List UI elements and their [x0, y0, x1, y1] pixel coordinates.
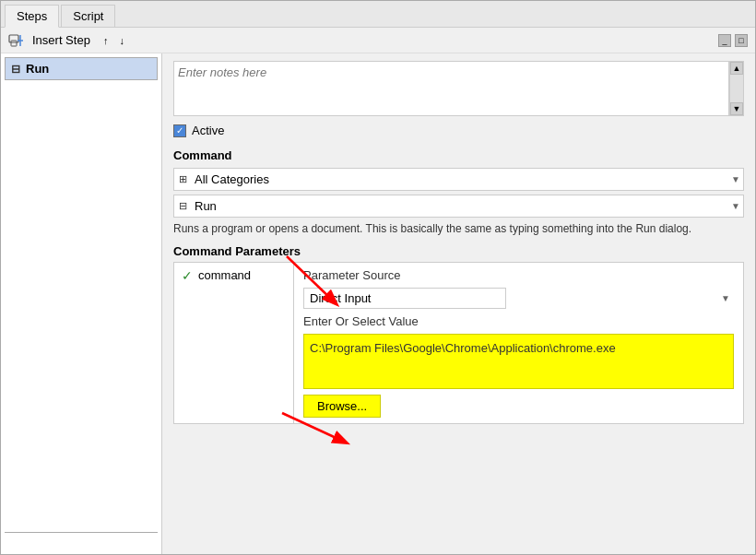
tab-bar: Steps Script — [1, 1, 755, 28]
notes-area: ▲ ▼ — [173, 61, 744, 116]
param-source-label: Parameter Source — [303, 268, 734, 282]
minimize-button[interactable]: _ — [718, 34, 731, 47]
run-item-icon: ⊟ — [11, 63, 20, 76]
right-panel: ▲ ▼ ✓ Active Command ⊞ All Categories — [162, 53, 755, 554]
svg-rect-1 — [11, 41, 17, 46]
active-row: ✓ Active — [173, 124, 744, 137]
sidebar-item-run[interactable]: ⊟ Run — [5, 57, 158, 80]
active-label: Active — [192, 124, 224, 137]
move-up-button[interactable]: ↑ — [100, 33, 112, 48]
command-section: Command ⊞ All Categories ▼ ⊟ Run ▼ — [173, 145, 744, 237]
sidebar: ⊟ Run — [1, 53, 162, 554]
tab-steps[interactable]: Steps — [5, 5, 59, 28]
params-list: ✓ command — [174, 263, 294, 423]
param-check-icon: ✓ — [182, 268, 193, 283]
insert-step-icon — [8, 33, 23, 48]
command-description: Runs a program or opens a document. This… — [173, 221, 744, 237]
notes-scrollbar[interactable]: ▲ ▼ — [729, 61, 744, 116]
toolbar: Insert Step ↑ ↓ _ □ — [1, 28, 755, 53]
move-down-button[interactable]: ↓ — [115, 33, 128, 48]
insert-step-button[interactable]: Insert Step — [27, 31, 96, 49]
scroll-down[interactable]: ▼ — [730, 102, 743, 115]
command-params-section: Command Parameters ✓ command Parameter S… — [173, 244, 744, 424]
all-categories-wrapper: ⊞ All Categories ▼ — [173, 168, 744, 191]
all-categories-select[interactable]: All Categories — [173, 168, 744, 191]
browse-button[interactable]: Browse... — [303, 395, 381, 418]
param-source-wrapper: Direct Input Variable Expression ▼ — [303, 288, 734, 309]
params-config: Parameter Source Direct Input Variable E… — [294, 263, 743, 423]
param-source-dropdown-arrow: ▼ — [721, 293, 730, 303]
tab-script[interactable]: Script — [61, 5, 115, 27]
run-command-select[interactable]: Run — [173, 195, 744, 218]
maximize-button[interactable]: □ — [735, 34, 748, 47]
enter-select-label: Enter Or Select Value — [303, 314, 734, 328]
active-checkbox[interactable]: ✓ — [173, 124, 186, 137]
notes-input[interactable] — [173, 61, 729, 116]
params-panel: ✓ command Parameter Source Direct Input … — [173, 262, 744, 424]
param-source-select[interactable]: Direct Input Variable Expression — [303, 288, 506, 309]
sidebar-item-label: Run — [26, 62, 49, 76]
value-display[interactable]: C:\Program Files\Google\Chrome\Applicati… — [303, 334, 734, 389]
window-controls: _ □ — [718, 34, 748, 47]
sidebar-footer — [5, 532, 158, 550]
command-label: Command — [173, 148, 744, 162]
scroll-up[interactable]: ▲ — [730, 62, 743, 75]
param-command-label: command — [198, 268, 251, 282]
run-command-wrapper: ⊟ Run ▼ — [173, 195, 744, 218]
main-window: Steps Script Insert Step ↑ ↓ _ □ — [0, 0, 756, 555]
param-command-item[interactable]: ✓ command — [178, 266, 289, 285]
main-content: ⊟ Run ▲ ▼ ✓ Active Co — [1, 53, 755, 554]
command-params-label: Command Parameters — [173, 244, 744, 258]
